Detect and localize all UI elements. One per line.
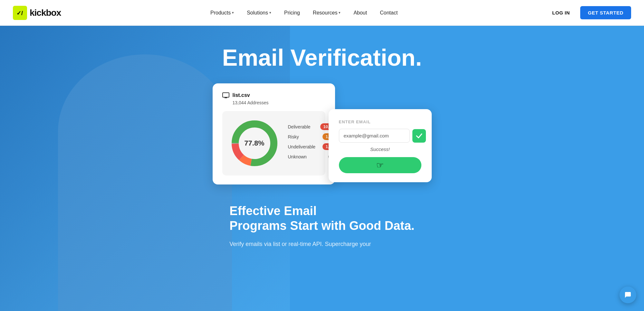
success-message: Success! xyxy=(339,146,421,152)
nav-contact[interactable]: Contact xyxy=(374,7,403,18)
navbar: ✓/ kickbox Products ▾ Solutions ▾ Pricin… xyxy=(0,0,644,26)
hero-content: Email Verification. list.csv 13,044 Addr… xyxy=(0,26,644,249)
donut-area: 77.8% Deliverable 10,160 Risky 1,175 Und… xyxy=(222,111,325,175)
nav-about[interactable]: About xyxy=(348,7,373,18)
hero-title: Email Verification. xyxy=(222,45,422,71)
email-input[interactable] xyxy=(339,129,410,143)
chevron-down-icon: ▾ xyxy=(232,11,234,15)
check-email-button[interactable] xyxy=(412,129,426,143)
nav-solutions[interactable]: Solutions ▾ xyxy=(241,7,277,18)
logo-area: ✓/ kickbox xyxy=(13,6,61,20)
svg-rect-2 xyxy=(223,93,229,97)
nav-pricing[interactable]: Pricing xyxy=(278,7,306,18)
email-input-row xyxy=(339,129,421,143)
email-verification-card: ENTER EMAIL Success! ☞ xyxy=(329,109,432,182)
verify-button[interactable]: ☞ xyxy=(339,157,421,173)
nav-menu: Products ▾ Solutions ▾ Pricing Resources… xyxy=(205,7,403,18)
enter-email-label: ENTER EMAIL xyxy=(339,119,421,124)
logo-text[interactable]: kickbox xyxy=(30,8,61,18)
nav-resources[interactable]: Resources ▾ xyxy=(307,7,346,18)
login-button[interactable]: LOG IN xyxy=(547,7,575,18)
hero-subtitle: Effective EmailPrograms Start with Good … xyxy=(229,204,414,233)
chat-support-button[interactable] xyxy=(620,287,636,303)
chevron-down-icon: ▾ xyxy=(339,11,341,15)
hero-section: Email Verification. list.csv 13,044 Addr… xyxy=(0,26,644,311)
chevron-down-icon: ▾ xyxy=(269,11,271,15)
csv-analysis-card: list.csv 13,044 Addresses xyxy=(213,83,335,184)
nav-products[interactable]: Products ▾ xyxy=(205,7,240,18)
chat-icon xyxy=(624,291,632,299)
donut-percent-label: 77.8% xyxy=(244,139,264,147)
address-count: 13,044 Addresses xyxy=(222,100,325,105)
hero-bottom-text: Effective EmailPrograms Start with Good … xyxy=(165,191,479,249)
cards-area: list.csv 13,044 Addresses xyxy=(213,83,432,184)
csv-card-header: list.csv xyxy=(222,92,325,98)
logo-icon: ✓/ xyxy=(13,6,27,20)
svg-text:✓/: ✓/ xyxy=(16,10,23,16)
hero-description: Verify emails via list or real-time API.… xyxy=(229,240,414,249)
donut-chart: 77.8% xyxy=(229,118,280,169)
checkmark-icon xyxy=(416,133,422,138)
get-started-button[interactable]: GET STARTED xyxy=(580,6,631,19)
file-name: list.csv xyxy=(233,92,250,98)
cursor-icon: ☞ xyxy=(376,160,384,170)
monitor-icon xyxy=(222,92,229,98)
navbar-actions: LOG IN GET STARTED xyxy=(547,6,631,19)
